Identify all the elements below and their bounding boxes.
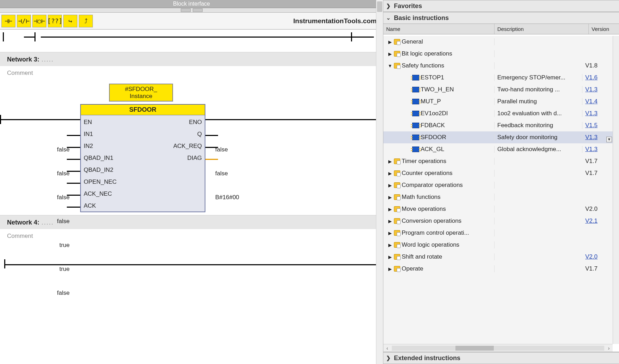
expander-icon[interactable]: ▶ (388, 266, 393, 272)
tree-item-label: Comparator operations (402, 182, 463, 189)
port-ACK[interactable]: ACKfalse (84, 202, 96, 209)
function-block-icon (412, 111, 419, 116)
tree-item-version[interactable]: V1.3 (582, 86, 613, 93)
port-EN[interactable]: EN (84, 119, 92, 126)
tree-row-ESTOP1[interactable]: ESTOP1Emergency STOP/emer...V1.6 (383, 72, 613, 84)
tree-row-General[interactable]: ▶ General (383, 36, 613, 48)
port-QBAD_IN2[interactable]: QBAD_IN2false (84, 167, 113, 174)
tree-row-FDBACK[interactable]: FDBACKFeedback monitoringV1.5 (383, 119, 613, 131)
tree-item-version[interactable]: V1.3 (582, 146, 613, 153)
ladder-tool-5[interactable]: ⤴ (79, 15, 93, 27)
folder-icon (394, 170, 400, 176)
tree-row-Bit-logic-operations[interactable]: ▶ Bit logic operations (383, 48, 613, 60)
port-ENO[interactable]: ENO (189, 119, 202, 126)
tree-item-version[interactable]: V1.5 (582, 122, 613, 129)
port-QBAD_IN2-value[interactable]: false (57, 218, 70, 225)
expander-icon[interactable]: ▶ (388, 51, 393, 57)
expander-icon[interactable]: ▶ (388, 195, 393, 200)
favorites-accordion[interactable]: ❯ Favorites (383, 0, 619, 12)
tree-row-TWO-H-EN[interactable]: TWO_H_ENTwo-hand monitoring ...V1.3 (383, 84, 613, 96)
network-4-ladder[interactable] (0, 245, 383, 287)
tree-item-version: V2.0 (582, 206, 613, 213)
expander-icon[interactable]: ▶ (388, 242, 393, 248)
network-title-placeholder: ..... (42, 56, 54, 63)
tree-item-label: Conversion operations (402, 217, 461, 225)
editor-vertical-scrollbar[interactable] (376, 0, 383, 364)
basic-instructions-accordion[interactable]: ⌄ Basic instructions (383, 12, 619, 24)
tree-row-Conversion-operations[interactable]: ▶ Conversion operationsV2.1 (383, 215, 613, 227)
tree-item-label: ACK_GL (421, 146, 444, 153)
tree-row-Word-logic-operations[interactable]: ▶ Word logic operations (383, 239, 613, 251)
version-dropdown-icon[interactable]: ▼ (606, 137, 612, 142)
expander-icon[interactable]: ▶ (388, 159, 393, 164)
tree-item-version[interactable]: V2.1 (582, 217, 613, 225)
tree-row-Counter-operations[interactable]: ▶ Counter operationsV1.7 (383, 167, 613, 179)
expander-icon[interactable]: ▶ (388, 171, 393, 176)
instructions-panel: ❯ Favorites ⌄ Basic instructions Name De… (383, 0, 619, 364)
port-Q[interactable]: Qfalse (197, 131, 202, 138)
tree-row-EV1oo2DI[interactable]: EV1oo2DI1oo2 evaluation with d...V1.3 (383, 108, 613, 119)
sfdoor-block[interactable]: SFDOOR ENIN1falseIN2falseQBAD_IN1falseQB… (80, 104, 205, 212)
port-IN1[interactable]: IN1false (84, 131, 93, 138)
extended-instructions-accordion[interactable]: ❯ Extended instructions (383, 352, 619, 364)
tree-row-Math-functions[interactable]: ▶ Math functions (383, 191, 613, 203)
editor-body[interactable]: Network 3:..... Comment #SFDOOR_ Instanc… (0, 30, 383, 364)
function-block-icon (412, 123, 419, 128)
port-ACK_REQ[interactable]: ACK_REQfalse (173, 143, 202, 150)
function-block-icon (412, 75, 419, 80)
previous-network-rung (3, 33, 380, 46)
tree-item-version[interactable]: V1.6 (582, 74, 613, 81)
tree-row-Operate[interactable]: ▶ OperateV1.7 (383, 263, 613, 275)
expander-icon[interactable]: ▶ (388, 230, 393, 236)
ladder-tool-1[interactable]: ⊣/⊢ (17, 15, 31, 27)
network-3-comment[interactable]: Comment (0, 66, 383, 82)
ladder-tool-2[interactable]: ⊣○⊢ (32, 15, 46, 27)
favorites-label: Favorites (394, 2, 422, 10)
port-DIAG[interactable]: DIAGB#16#00 (187, 155, 202, 162)
tree-row-Program-control-operati-[interactable]: ▶ Program control operati... (383, 227, 613, 239)
tree-item-label: Counter operations (402, 170, 453, 177)
tree-item-version[interactable]: V1.3 (582, 110, 613, 117)
tree-row-SFDOOR[interactable]: SFDOORSafety door monitoringV1.3▼ (383, 131, 613, 143)
expander-icon[interactable]: ▼ (388, 63, 393, 69)
tree-item-label: MUT_P (421, 98, 441, 105)
tree-row-Shift-and-rotate[interactable]: ▶ Shift and rotateV2.0 (383, 251, 613, 263)
col-header-version[interactable]: Version (589, 24, 619, 34)
tree-item-version[interactable]: V1.3▼ (582, 134, 613, 141)
expander-icon[interactable]: ▶ (388, 207, 393, 212)
port-IN2[interactable]: IN2false (84, 143, 93, 150)
tree-row-MUT-P[interactable]: MUT_PParallel mutingV1.4 (383, 96, 613, 108)
tree-row-Timer-operations[interactable]: ▶ Timer operationsV1.7 (383, 155, 613, 167)
tree-row-ACK-GL[interactable]: ACK_GLGlobal acknowledgme...V1.3 (383, 143, 613, 155)
splitter-control[interactable] (0, 8, 383, 13)
network-3-header[interactable]: Network 3:..... (0, 52, 383, 66)
instance-db-box[interactable]: #SFDOOR_ Instance (109, 84, 173, 102)
expander-icon[interactable]: ▶ (388, 254, 393, 260)
scroll-right-icon[interactable]: › (605, 345, 613, 351)
port-ACK_NEC[interactable]: ACK_NECtrue (84, 190, 112, 197)
ladder-tool-0[interactable]: ⊣⊢ (1, 15, 15, 27)
port-QBAD_IN1[interactable]: QBAD_IN1false (84, 155, 113, 162)
tree-item-version[interactable]: V1.4 (582, 98, 613, 105)
port-DIAG-value[interactable]: B#16#00 (215, 194, 239, 201)
tree-item-version[interactable]: V2.0 (582, 253, 613, 260)
network-4-comment[interactable]: Comment (0, 229, 383, 245)
tree-horizontal-scrollbar[interactable]: ‹ › (383, 344, 613, 352)
port-ACK_REQ-value[interactable]: false (215, 170, 228, 177)
ladder-tool-3[interactable]: [??] (48, 15, 62, 27)
port-ACK-value[interactable]: false (57, 290, 70, 297)
tree-row-Safety-functions[interactable]: ▼ Safety functionsV1.8 (383, 60, 613, 72)
expander-icon[interactable]: ▶ (388, 219, 393, 224)
port-OPEN_NEC[interactable]: OPEN_NECtrue (84, 178, 117, 186)
network-3-ladder[interactable]: #SFDOOR_ Instance SFDOOR ENIN1falseIN2fa… (0, 82, 383, 215)
col-header-name[interactable]: Name (383, 24, 494, 34)
tree-item-desc: Safety door monitoring (494, 134, 582, 141)
scroll-left-icon[interactable]: ‹ (383, 345, 391, 351)
expander-icon[interactable]: ▶ (388, 39, 393, 45)
expander-icon[interactable]: ▶ (388, 183, 393, 188)
col-header-description[interactable]: Description (494, 24, 589, 34)
tree-row-Comparator-operations[interactable]: ▶ Comparator operations (383, 179, 613, 191)
tree-row-Move-operations[interactable]: ▶ Move operationsV2.0 (383, 203, 613, 215)
ladder-tool-4[interactable]: ↪ (63, 15, 77, 27)
tree-vertical-scrollbar[interactable] (613, 36, 619, 344)
